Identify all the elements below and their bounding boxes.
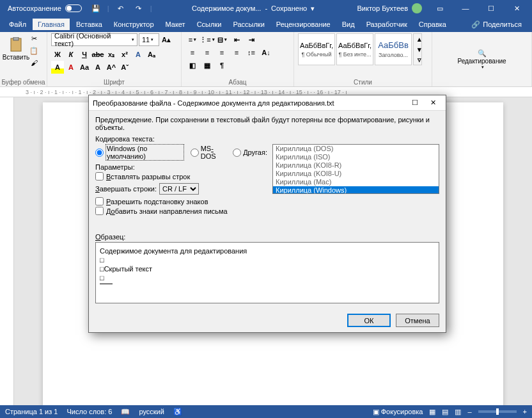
view-read-icon[interactable]: ▦ — [429, 408, 435, 416]
maximize-icon[interactable]: ☐ — [478, 0, 504, 17]
copy-icon[interactable]: 📋 — [28, 45, 40, 56]
dialog-close-icon[interactable]: ✕ — [424, 97, 442, 109]
checkbox-insert-breaks[interactable]: Вставлять разрывы строк — [95, 172, 267, 181]
style-no-spacing[interactable]: АаБбВвГг, ¶ Без инте... — [336, 33, 373, 65]
view-print-icon[interactable]: ▤ — [442, 408, 448, 416]
spell-icon[interactable]: 📖 — [121, 408, 130, 416]
increase-indent-icon[interactable]: ⇥ — [244, 33, 258, 46]
bold-button[interactable]: Ж — [51, 48, 64, 61]
list-item[interactable]: Кириллица (KOI8-R) — [273, 161, 439, 170]
list-item[interactable]: Кириллица (DOS) — [273, 145, 439, 153]
format-painter-icon[interactable]: 🖌 — [28, 58, 40, 68]
encoding-listbox[interactable]: Кириллица (DOS) Кириллица (ISO) Кириллиц… — [272, 144, 439, 194]
menu-design[interactable]: Конструктор — [109, 19, 159, 30]
word-count[interactable]: Число слов: 6 — [66, 408, 112, 415]
radio-other[interactable]: Другая: — [233, 149, 267, 157]
editing-button[interactable]: 🔍 Редактирование ▾ — [457, 48, 508, 71]
menu-layout[interactable]: Макет — [160, 19, 191, 30]
style-normal[interactable]: АаБбВвГг, ¶ Обычный — [298, 33, 335, 65]
line-ending-select[interactable]: CR / LF — [159, 183, 199, 195]
underline-button[interactable]: Ч — [78, 48, 91, 61]
close-icon[interactable]: ✕ — [504, 0, 529, 17]
radio-input[interactable] — [233, 149, 241, 157]
language-indicator[interactable]: русский — [139, 408, 164, 415]
menu-developer[interactable]: Разработчик — [361, 19, 412, 30]
undo-icon[interactable]: ↶ — [116, 3, 126, 13]
checkbox-allow-subst[interactable]: Разрешить подстановку знаков — [95, 197, 267, 205]
menu-help[interactable]: Справка — [414, 19, 451, 30]
change-case-icon[interactable]: Aa — [78, 61, 91, 74]
share-button[interactable]: 🔗 Поделиться — [465, 19, 528, 31]
checkbox-add-direction[interactable]: Добавить знаки направления письма — [95, 207, 267, 215]
subscript-button[interactable]: x₂ — [105, 48, 118, 61]
font-size-select[interactable]: 11▾ — [139, 33, 159, 46]
italic-button[interactable]: К — [65, 48, 77, 61]
style-heading1[interactable]: АаБбВв Заголово... — [375, 33, 412, 65]
menu-view[interactable]: Вид — [337, 19, 360, 30]
focus-mode[interactable]: ▣ Фокусировка — [373, 408, 423, 416]
align-center-icon[interactable]: ≡ — [200, 46, 214, 59]
font-name-select[interactable]: Calibri (Основной текст)▾ — [51, 33, 137, 46]
shading-icon[interactable]: ◧ — [185, 59, 199, 72]
list-item[interactable]: Кириллица (Mac) — [273, 178, 439, 186]
minimize-icon[interactable]: — — [453, 0, 478, 17]
grow-shrink-icon[interactable]: A^ — [105, 61, 118, 74]
shrink-font-icon[interactable]: Aˇ — [118, 61, 131, 74]
menu-mailings[interactable]: Рассылки — [228, 19, 269, 30]
multilevel-icon[interactable]: ⊟▾ — [215, 33, 229, 46]
styles-up-icon[interactable]: ▴ — [414, 34, 425, 44]
list-item[interactable]: Кириллица (Windows) — [273, 186, 439, 194]
redo-icon[interactable]: ↷ — [134, 3, 144, 13]
cut-icon[interactable]: ✂ — [28, 33, 40, 44]
vertical-ruler[interactable] — [0, 97, 14, 405]
checkbox-input[interactable] — [95, 197, 104, 205]
radio-input[interactable] — [95, 149, 104, 157]
cancel-button[interactable]: Отмена — [396, 314, 439, 327]
radio-windows[interactable]: Windows (по умолчанию) — [95, 144, 184, 161]
list-item[interactable]: Кириллица (ISO) — [273, 153, 439, 161]
text-effects-icon[interactable]: A — [132, 48, 145, 61]
bullets-icon[interactable]: ≡▾ — [185, 33, 199, 46]
checkbox-input[interactable] — [95, 172, 104, 181]
radio-input[interactable] — [191, 149, 199, 157]
autosave-toggle[interactable]: Автосохранение — [3, 4, 87, 12]
ribbon-options-icon[interactable]: ▭ — [427, 0, 453, 17]
page-indicator[interactable]: Страница 1 из 1 — [5, 408, 58, 415]
sort-icon[interactable]: A↓ — [259, 46, 273, 59]
numbering-icon[interactable]: ⋮≡▾ — [200, 33, 214, 46]
list-item[interactable]: Кириллица (KOI8-U) — [273, 170, 439, 178]
accessibility-icon[interactable]: ♿ — [173, 408, 182, 416]
menu-references[interactable]: Ссылки — [192, 19, 227, 30]
show-marks-icon[interactable]: ¶ — [215, 59, 229, 72]
styles-down-icon[interactable]: ▾ — [414, 44, 425, 54]
menu-review[interactable]: Рецензирование — [271, 19, 336, 30]
justify-icon[interactable]: ≡ — [230, 46, 244, 59]
ok-button[interactable]: ОК — [347, 314, 391, 327]
font-color-button[interactable]: A — [65, 61, 77, 74]
checkbox-input[interactable] — [95, 207, 104, 215]
line-spacing-icon[interactable]: ↕≡ — [244, 46, 258, 59]
paste-button[interactable]: Вставить — [4, 33, 28, 64]
view-web-icon[interactable]: ▥ — [455, 408, 461, 416]
superscript-button[interactable]: x² — [118, 48, 131, 61]
highlight-button[interactable]: A — [51, 61, 64, 74]
user-account[interactable]: Виктор Бухтеев — [352, 3, 427, 13]
grow-font-icon[interactable]: A▴ — [160, 34, 172, 45]
dialog-maximize-icon[interactable]: ☐ — [406, 97, 424, 109]
zoom-slider[interactable] — [478, 410, 517, 413]
menu-insert[interactable]: Вставка — [71, 19, 107, 30]
styles-more-icon[interactable]: ▿ — [414, 54, 425, 65]
zoom-in-icon[interactable]: + — [523, 408, 527, 415]
char-border-icon[interactable]: A — [91, 61, 104, 74]
borders-icon[interactable]: ▦ — [200, 59, 214, 72]
menu-home[interactable]: Главная — [33, 19, 70, 30]
zoom-out-icon[interactable]: – — [467, 408, 471, 415]
strike-button[interactable]: abc — [91, 48, 104, 61]
save-icon[interactable]: 💾 — [91, 3, 101, 13]
menu-file[interactable]: Файл — [4, 19, 31, 30]
align-right-icon[interactable]: ≡ — [215, 46, 229, 59]
align-left-icon[interactable]: ≡ — [185, 46, 199, 59]
decrease-indent-icon[interactable]: ⇤ — [230, 33, 244, 46]
radio-msdos[interactable]: MS-DOS — [191, 145, 226, 160]
clear-format-icon[interactable]: Aₐ — [145, 48, 158, 61]
